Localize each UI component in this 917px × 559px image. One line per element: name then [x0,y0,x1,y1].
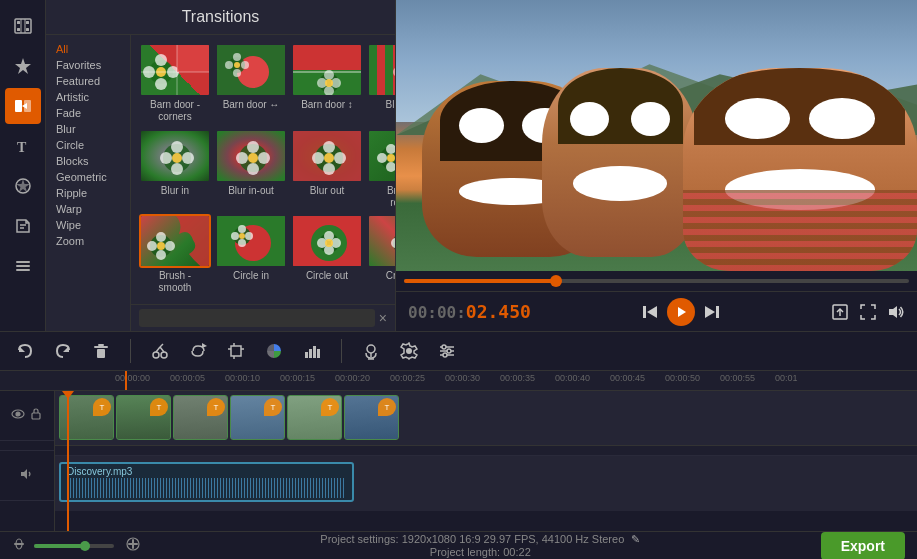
settings-button[interactable] [396,338,422,364]
progress-thumb[interactable] [550,275,562,287]
rotate-button[interactable] [185,338,211,364]
svg-point-38 [325,79,333,87]
cat-all[interactable]: All [50,41,126,57]
next-button[interactable] [703,303,721,321]
undo-button[interactable] [12,338,38,364]
cat-geometric[interactable]: Geometric [50,169,126,185]
audio-mute-button[interactable] [20,467,34,484]
thumb-inner-9 [141,216,209,266]
transition-brush-rough[interactable]: Brush -rough [367,129,395,211]
play-button[interactable] [667,298,695,326]
cat-circle[interactable]: Circle [50,137,126,153]
svg-point-28 [233,53,241,61]
scale-minus-icon[interactable] [12,537,26,554]
search-clear-button[interactable]: × [379,310,387,326]
transition-blur-out[interactable]: Blur out [291,129,363,211]
panel-title: Transitions [46,0,395,35]
separator-2 [341,339,342,363]
svg-marker-141 [21,469,27,479]
export-preview-button[interactable] [831,303,849,321]
cat-featured[interactable]: Featured [50,73,126,89]
cat-fade[interactable]: Fade [50,105,126,121]
svg-point-51 [171,163,183,175]
track-lock-button[interactable] [29,407,43,424]
clip-marker-2: T [150,398,168,416]
ruler-playhead [125,371,127,390]
scale-plus-icon[interactable] [126,537,140,554]
edit-settings-icon[interactable]: ✎ [631,533,640,545]
cat-favorites[interactable]: Favorites [50,57,126,73]
volume-button[interactable] [887,303,905,321]
cat-wipe[interactable]: Wipe [50,217,126,233]
audio-clip-label: Discovery.mp3 [67,466,132,477]
ruler-mark-55: 00:00:55 [720,373,755,383]
svg-rect-140 [32,413,40,419]
transition-circle-in[interactable]: Circle in [215,214,287,296]
toolbar-effects[interactable] [5,48,41,84]
toolbar-stickers[interactable] [5,208,41,244]
preview-controls: 00:00:02.450 [396,291,917,331]
color-button[interactable] [261,338,287,364]
cat-warp[interactable]: Warp [50,201,126,217]
histogram-button[interactable] [299,338,325,364]
transition-label-circle-out: Circle out [306,270,348,282]
transition-barn-h[interactable]: Barn door ↔ [215,43,287,125]
fullscreen-button[interactable] [859,303,877,321]
search-input[interactable] [139,309,375,327]
prev-button[interactable] [641,303,659,321]
svg-point-62 [312,152,324,164]
video-clip-3[interactable]: T [173,395,228,440]
svg-point-58 [248,153,258,163]
transition-cross1[interactable]: Cross 1 [367,214,395,296]
transition-brush-smooth[interactable]: Brush -smooth [139,214,211,296]
svg-point-29 [225,61,233,69]
time-display: 00:00:02.450 [408,301,531,322]
audio-button[interactable] [358,338,384,364]
transition-label-brush-rough: Brush -rough [387,185,395,209]
transition-blinds[interactable]: ↕ Blinds ↕ [367,43,395,125]
cat-ripple[interactable]: Ripple [50,185,126,201]
toolbar-film[interactable] [5,8,41,44]
delete-button[interactable] [88,338,114,364]
toolbar-transitions[interactable] [5,88,41,124]
cut-button[interactable] [147,338,173,364]
transitions-grid-area: ‹ [131,35,395,331]
transition-blur-inout[interactable]: Blur in-out [215,129,287,211]
transition-barn-corners[interactable]: Barn door -corners [139,43,211,125]
video-clip-5[interactable]: T [287,395,342,440]
audio-clip-1[interactable]: Discovery.mp3 [59,462,354,502]
transition-thumb-blur-in [139,129,211,183]
video-clip-6[interactable]: T [344,395,399,440]
track-eye-button[interactable] [11,407,25,424]
timeline-ruler: 00:00:00 00:00:05 00:00:10 00:00:15 00:0… [0,371,917,391]
cat-blur[interactable]: Blur [50,121,126,137]
video-clip-2[interactable]: T [116,395,171,440]
cat-artistic[interactable]: Artistic [50,89,126,105]
toolbar-text[interactable]: T [5,128,41,164]
scale-slider-thumb[interactable] [80,541,90,551]
export-button[interactable]: Export [821,532,905,560]
svg-point-116 [161,352,167,358]
video-clip-4[interactable]: T [230,395,285,440]
ruler-marks: 00:00:00 00:00:05 00:00:10 00:00:15 00:0… [115,371,917,390]
scale-slider[interactable] [34,544,114,548]
sliders-button[interactable] [434,338,460,364]
redo-button[interactable] [50,338,76,364]
toolbar-menu[interactable] [5,248,41,284]
crop-button[interactable] [223,338,249,364]
transition-circle-out[interactable]: Circle out [291,214,363,296]
svg-point-139 [16,412,20,416]
cat-zoom[interactable]: Zoom [50,233,126,249]
progress-bar-container[interactable] [404,279,909,283]
svg-point-77 [157,242,165,250]
separator-1 [130,339,131,363]
transition-label-blur-inout: Blur in-out [228,185,274,197]
transition-row [55,446,917,456]
transition-barn-v[interactable]: Barn door ↕ [291,43,363,125]
cat-blocks[interactable]: Blocks [50,153,126,169]
transition-blur-in[interactable]: Blur in [139,129,211,211]
tracks-content[interactable]: T T T [55,391,917,531]
svg-marker-104 [678,307,686,317]
toolbar-overlays[interactable] [5,168,41,204]
transition-label-circle-in: Circle in [233,270,269,282]
